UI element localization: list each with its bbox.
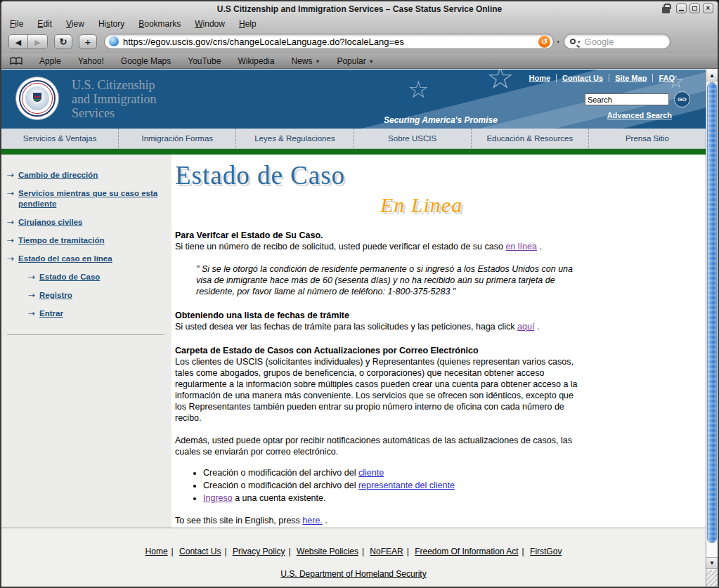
dashed-arrow-icon: ⇢ xyxy=(28,308,35,319)
scroll-down-arrow-icon[interactable]: ▼ xyxy=(706,557,718,569)
back-button[interactable]: ◀ xyxy=(9,35,28,49)
url-dropdown-icon[interactable]: ▾ xyxy=(557,39,559,45)
site-search-input[interactable] xyxy=(585,93,669,105)
minimize-button[interactable] xyxy=(676,4,687,13)
chevron-down-icon: ▼ xyxy=(315,59,320,64)
header-utility-links: Home Contact Us Site Map FAQ xyxy=(529,74,675,82)
web-search-input[interactable] xyxy=(585,37,708,47)
menu-bar: File Edit View History Bookmarks Window … xyxy=(1,17,718,31)
bookmark-youtube[interactable]: YouTube xyxy=(188,56,221,66)
window-title: U.S Citizenship and Immigration Services… xyxy=(217,4,502,14)
sidebar-item-tiempo-de-tramitacion[interactable]: ⇢Tiempo de tramitación xyxy=(7,235,164,246)
site-search: GO xyxy=(585,91,690,107)
menu-edit[interactable]: Edit xyxy=(37,19,52,29)
web-search-bar[interactable]: ▾ xyxy=(564,34,671,49)
link-representante-del-cliente[interactable]: representante del cliente xyxy=(358,481,455,490)
link-en-linea[interactable]: en línea xyxy=(505,242,536,251)
menu-view[interactable]: View xyxy=(66,19,84,29)
vertical-scrollbar[interactable]: ▲ ▼ xyxy=(706,70,718,587)
footer-link-dhs[interactable]: U.S. Department of Homeland Security xyxy=(280,569,426,579)
header-link-faq[interactable]: FAQ xyxy=(659,74,675,82)
dashed-arrow-icon: ⇢ xyxy=(28,272,35,282)
sidebar-item-cirujanos-civiles[interactable]: ⇢Cirujanos civiles xyxy=(7,217,164,228)
section-heading-fechas: Obteniendo una lista de fechas de trámit… xyxy=(175,310,583,321)
scrollbar-thumb[interactable] xyxy=(707,82,717,543)
nav-tab-prensa-sitio[interactable]: Prensa Sitio xyxy=(588,129,706,148)
left-sidebar: ⇢Cambio de dirección ⇢Servicios mientras… xyxy=(1,155,171,528)
paragraph-fechas: Si usted desea ver las fechas de trámite… xyxy=(175,321,583,332)
search-magnifier-icon xyxy=(570,39,576,44)
nav-tab-leyes-regulaciones[interactable]: Leyes & Regulaciones xyxy=(235,129,353,148)
bookmark-yahoo[interactable]: Yahoo! xyxy=(78,56,104,66)
header-link-site-map[interactable]: Site Map xyxy=(615,74,647,82)
title-bar[interactable]: U.S Citizenship and Immigration Services… xyxy=(1,1,718,17)
site-favicon-globe-icon xyxy=(109,37,119,46)
site-header: ☆ ☆ ☆ U.S. Citizenship and Immigration S… xyxy=(1,70,706,129)
menu-history[interactable]: History xyxy=(98,19,124,29)
footer-link-firstgov[interactable]: FirstGov xyxy=(530,547,562,556)
footer-link-foia[interactable]: Freedom Of Information Act xyxy=(415,547,518,556)
page-title: Estado de Caso xyxy=(175,160,706,190)
residency-quote: " Si se le otorgó la condición de reside… xyxy=(196,263,576,297)
bookmarks-book-icon[interactable] xyxy=(10,57,22,65)
nav-tab-educacion-resources[interactable]: Educación & Resources xyxy=(471,129,588,148)
window-resize-grip[interactable] xyxy=(706,570,718,587)
sidebar-item-estado-de-caso[interactable]: ⇢Estado de Caso xyxy=(28,272,164,282)
menu-file[interactable]: File xyxy=(10,19,23,29)
footer-link-nofear[interactable]: NoFEAR xyxy=(370,547,403,556)
reload-button[interactable]: ↻ xyxy=(54,34,72,49)
site-footer: Home| Contact Us| Privacy Policy| Websit… xyxy=(1,528,706,587)
footer-link-privacy-policy[interactable]: Privacy Policy xyxy=(233,547,285,556)
menu-help[interactable]: Help xyxy=(239,19,257,29)
dashed-arrow-icon: ⇢ xyxy=(7,188,14,209)
menu-window[interactable]: Window xyxy=(195,19,225,29)
sidebar-item-cambio-de-direccion[interactable]: ⇢Cambio de dirección xyxy=(7,170,164,181)
new-tab-button[interactable]: + xyxy=(79,34,97,49)
footer-link-contact-us[interactable]: Contact Us xyxy=(179,547,221,556)
link-cliente[interactable]: cliente xyxy=(358,468,384,478)
menu-bookmarks[interactable]: Bookmarks xyxy=(138,19,181,29)
header-link-contact-us[interactable]: Contact Us xyxy=(562,74,603,82)
chevron-down-icon: ▼ xyxy=(369,59,374,64)
sidebar-item-registro[interactable]: ⇢Registro xyxy=(28,290,164,301)
green-divider-bar xyxy=(1,149,706,155)
search-engine-dropdown-icon[interactable]: ▾ xyxy=(578,39,581,45)
nav-tab-inmigracion-formas[interactable]: Inmigración Formas xyxy=(118,129,235,148)
flag-star-icon: ☆ xyxy=(408,75,429,103)
footer-link-home[interactable]: Home xyxy=(145,547,168,556)
close-button[interactable]: × xyxy=(703,4,713,13)
bookmark-apple[interactable]: Apple xyxy=(39,56,61,66)
link-here-english[interactable]: here. xyxy=(302,516,323,525)
sidebar-item-estado-del-caso-en-linea[interactable]: ⇢Estado del caso en línea xyxy=(7,254,164,264)
search-go-button[interactable]: GO xyxy=(674,91,690,107)
dashed-arrow-icon: ⇢ xyxy=(7,170,14,181)
main-content: Estado de Caso En Linea Para Verifcar el… xyxy=(171,155,706,528)
scroll-up-arrow-icon[interactable]: ▲ xyxy=(706,70,718,81)
link-aqui[interactable]: aquí xyxy=(517,322,534,332)
paragraph-carpeta: Los clientes de USCIS (solicitantes indi… xyxy=(175,356,583,424)
dashed-arrow-icon: ⇢ xyxy=(7,254,14,264)
header-tagline: Securing America's Promise xyxy=(384,115,498,125)
nav-tab-sobre-uscis[interactable]: Sobre USCIS xyxy=(354,129,471,148)
bookmark-google-maps[interactable]: Google Maps xyxy=(121,56,171,66)
sidebar-item-entrar[interactable]: ⇢Entrar xyxy=(28,308,164,319)
list-item: Creación o modificación del archivo del … xyxy=(203,480,706,491)
link-ingreso[interactable]: Ingreso xyxy=(203,493,233,503)
footer-link-website-policies[interactable]: Website Policies xyxy=(297,547,358,556)
browser-window: U.S Citizenship and Immigration Services… xyxy=(0,0,719,588)
bookmark-folder-news[interactable]: News▼ xyxy=(291,56,320,66)
english-version-line: To see this site in English, press here.… xyxy=(175,515,583,526)
nav-tab-servicios-ventajas[interactable]: Servicios & Ventajas xyxy=(1,129,118,148)
go-reload-icon[interactable]: ↺ xyxy=(538,36,550,48)
header-link-home[interactable]: Home xyxy=(529,74,551,82)
maximize-button[interactable] xyxy=(689,4,700,13)
bookmark-wikipedia[interactable]: Wikipedia xyxy=(238,56,274,66)
sidebar-item-servicios-pendiente[interactable]: ⇢Servicios mientras que su caso esta pen… xyxy=(7,188,164,209)
bookmark-folder-popular[interactable]: Popular▼ xyxy=(337,56,373,66)
forward-button[interactable]: ▶ xyxy=(28,35,47,49)
sidebar-divider xyxy=(7,334,164,335)
url-input[interactable] xyxy=(123,37,538,47)
advanced-search-link[interactable]: Advanced Search xyxy=(607,111,672,119)
address-bar[interactable]: ↺ xyxy=(104,34,554,49)
dashed-arrow-icon: ⇢ xyxy=(7,217,14,228)
